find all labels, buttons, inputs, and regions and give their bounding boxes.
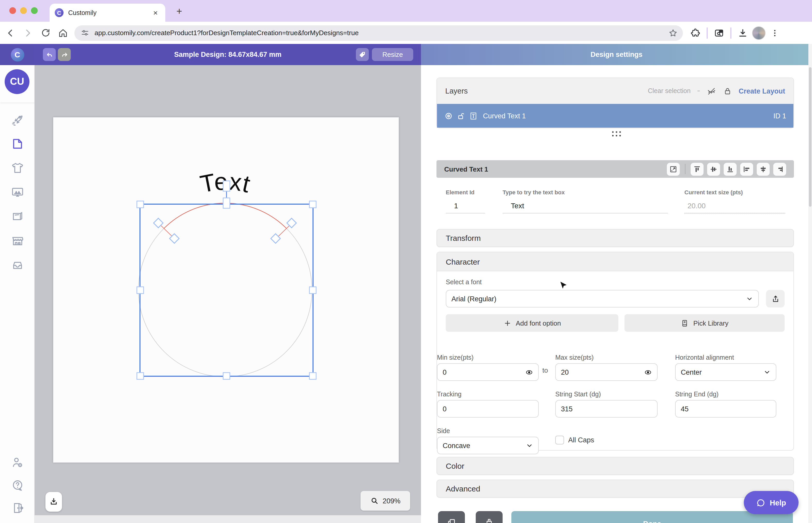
tracking-value[interactable] bbox=[443, 405, 533, 413]
panel-drag-handle[interactable] bbox=[421, 131, 812, 137]
upload-font-button[interactable] bbox=[766, 290, 785, 307]
hide-all-eye-off-icon[interactable] bbox=[707, 86, 716, 96]
clear-selection-link[interactable]: Clear selection bbox=[648, 87, 690, 94]
tracking-input[interactable] bbox=[437, 400, 539, 418]
reload-icon[interactable] bbox=[38, 25, 53, 40]
align-vertical-center-icon[interactable] bbox=[707, 163, 720, 176]
scrollbar-thumb[interactable] bbox=[809, 67, 811, 207]
maximize-window-button[interactable] bbox=[31, 7, 38, 14]
layers-title: Layers bbox=[445, 87, 468, 95]
page-scrollbar[interactable] bbox=[808, 44, 812, 523]
color-section-header[interactable]: Color bbox=[437, 457, 794, 475]
selection-handles[interactable] bbox=[137, 201, 316, 379]
inbox-icon[interactable] bbox=[10, 257, 25, 273]
close-window-button[interactable] bbox=[9, 7, 16, 14]
string-end-value[interactable] bbox=[681, 405, 771, 413]
try-text-input[interactable]: Text bbox=[503, 201, 668, 213]
account-block: CU bbox=[0, 65, 35, 102]
side-select[interactable]: Concave bbox=[437, 437, 539, 454]
advanced-section-header[interactable]: Advanced bbox=[437, 480, 794, 498]
account-settings-icon[interactable] bbox=[10, 455, 25, 470]
max-size-input[interactable] bbox=[555, 363, 658, 381]
align-left-icon[interactable] bbox=[740, 163, 753, 176]
string-start-value[interactable] bbox=[561, 405, 652, 413]
download-design-button[interactable] bbox=[45, 492, 62, 512]
align-top-icon[interactable] bbox=[690, 163, 703, 176]
logout-door-icon[interactable] bbox=[10, 500, 25, 516]
clear-brush-button[interactable] bbox=[476, 511, 503, 523]
font-select[interactable]: Arial (Regular) bbox=[446, 290, 759, 307]
character-section-header[interactable]: Character bbox=[437, 252, 793, 271]
artboard[interactable]: Text bbox=[53, 117, 399, 463]
extensions-icon[interactable] bbox=[688, 25, 702, 40]
top-center-handle[interactable] bbox=[223, 198, 230, 208]
min-size-eye-icon[interactable] bbox=[525, 368, 533, 376]
create-layout-link[interactable]: Create Layout bbox=[739, 87, 785, 95]
site-settings-icon[interactable] bbox=[80, 29, 89, 37]
string-end-label: String End (dg) bbox=[675, 391, 719, 398]
selection-box[interactable] bbox=[140, 204, 313, 376]
browser-tab[interactable]: C Customily × bbox=[50, 4, 165, 22]
help-question-icon[interactable] bbox=[10, 477, 25, 493]
max-size-value[interactable] bbox=[561, 368, 644, 376]
min-size-value[interactable] bbox=[443, 368, 525, 376]
min-size-label: Min size(pts) bbox=[437, 354, 474, 361]
align-right-icon[interactable] bbox=[773, 163, 786, 176]
min-size-input[interactable] bbox=[437, 363, 539, 381]
duplicate-button[interactable] bbox=[438, 511, 465, 523]
tag-button[interactable] bbox=[356, 48, 369, 61]
artboard-graphics: Text bbox=[53, 117, 399, 463]
resize-button[interactable]: Resize bbox=[372, 48, 413, 61]
back-icon[interactable] bbox=[3, 25, 18, 40]
store-icon[interactable] bbox=[10, 233, 25, 249]
curve-diamond-handles[interactable] bbox=[154, 218, 296, 244]
layer-visibility-icon[interactable] bbox=[444, 111, 453, 120]
add-font-option-label: Add font option bbox=[516, 319, 561, 327]
minimize-window-button[interactable] bbox=[20, 7, 27, 14]
tab-close-icon[interactable]: × bbox=[151, 8, 160, 17]
redo-button[interactable] bbox=[58, 48, 71, 61]
home-icon[interactable] bbox=[56, 25, 70, 40]
max-size-eye-icon[interactable] bbox=[644, 368, 652, 376]
designs-file-icon[interactable] bbox=[10, 136, 25, 151]
layer-unlock-icon[interactable] bbox=[457, 111, 465, 120]
menu-kebab-icon[interactable] bbox=[768, 25, 782, 40]
tshirt-icon[interactable] bbox=[10, 160, 25, 176]
string-start-input[interactable] bbox=[555, 400, 658, 418]
bookmark-star-icon[interactable] bbox=[666, 26, 680, 39]
select-font-label: Select a font bbox=[446, 278, 785, 286]
templates-icon[interactable] bbox=[10, 209, 25, 224]
transform-section-header[interactable]: Transform bbox=[437, 229, 794, 247]
pick-library-button[interactable]: Pick Library bbox=[625, 314, 785, 332]
align-horizontal-center-icon[interactable] bbox=[757, 163, 770, 176]
layer-row[interactable]: Curved Text 1 ID 1 bbox=[437, 104, 793, 128]
add-font-option-button[interactable]: Add font option bbox=[446, 314, 619, 332]
profile-avatar[interactable] bbox=[752, 26, 765, 39]
string-end-input[interactable] bbox=[675, 400, 776, 418]
element-id-input[interactable]: 1 bbox=[446, 201, 485, 213]
rotation-handle[interactable] bbox=[223, 181, 230, 191]
rocket-icon[interactable] bbox=[10, 112, 25, 127]
search-tabs-icon[interactable] bbox=[712, 25, 726, 40]
customily-logo[interactable]: C bbox=[11, 48, 24, 61]
url-text[interactable]: app.customily.com/createProduct1?forDesi… bbox=[94, 29, 666, 37]
align-bottom-icon[interactable] bbox=[724, 163, 737, 176]
new-tab-button[interactable]: + bbox=[172, 5, 186, 18]
forward-icon[interactable] bbox=[21, 25, 35, 40]
layers-panel: Layers Clear selection Create Layout bbox=[437, 77, 794, 128]
design-canvas[interactable]: Text bbox=[35, 65, 421, 523]
downloads-icon[interactable] bbox=[736, 25, 750, 40]
horizontal-scrollbar[interactable] bbox=[35, 515, 421, 523]
tab-title: Customily bbox=[68, 9, 151, 16]
all-caps-checkbox[interactable] bbox=[555, 436, 564, 445]
horizontal-alignment-select[interactable]: Center bbox=[675, 363, 776, 381]
account-avatar[interactable]: CU bbox=[5, 69, 30, 94]
all-caps-label: All Caps bbox=[568, 436, 594, 444]
address-bar[interactable]: app.customily.com/createProduct1?forDesi… bbox=[74, 25, 683, 40]
lock-all-icon[interactable] bbox=[723, 87, 732, 95]
fit-to-canvas-icon[interactable] bbox=[667, 163, 680, 176]
help-button[interactable]: Help bbox=[744, 491, 798, 514]
mockup-monitor-icon[interactable] bbox=[10, 184, 25, 200]
zoom-control[interactable]: 209% bbox=[361, 491, 410, 510]
undo-button[interactable] bbox=[43, 48, 56, 61]
